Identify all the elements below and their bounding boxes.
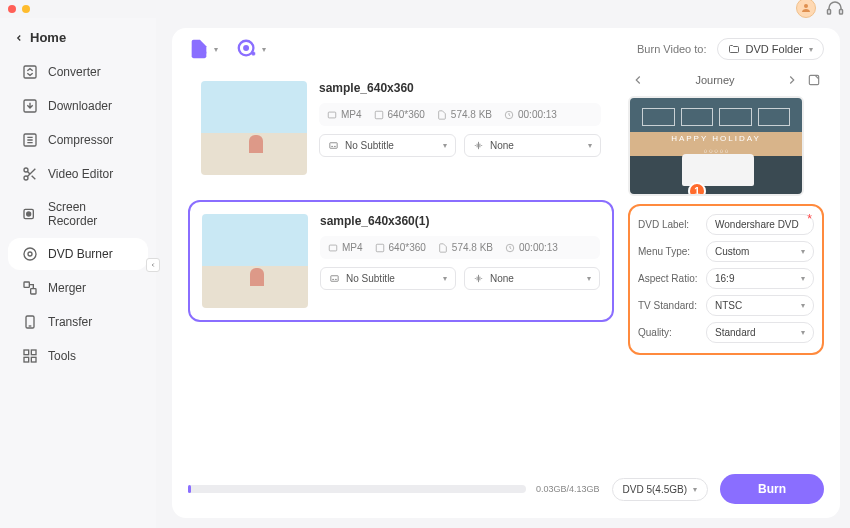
- file-card[interactable]: sample_640x360(1) MP4 640*360 574.8 KB 0…: [188, 200, 614, 322]
- user-avatar[interactable]: [796, 0, 816, 18]
- svg-rect-26: [376, 244, 384, 252]
- svg-point-20: [244, 46, 248, 50]
- person-icon: [800, 2, 812, 14]
- file-card[interactable]: sample_640x360 MP4 640*360 574.8 KB 00:0…: [188, 68, 614, 188]
- add-file-button[interactable]: ▾: [188, 38, 218, 60]
- main-panel: ▾ ▾ Burn Video to: DVD Folder ▾: [172, 28, 840, 518]
- chevron-down-icon: ▾: [443, 274, 447, 283]
- svg-point-11: [28, 252, 32, 256]
- sidebar-item-converter[interactable]: Converter: [8, 56, 148, 88]
- merge-icon: [22, 280, 38, 296]
- svg-rect-21: [328, 112, 336, 118]
- sidebar-label: Screen Recorder: [48, 200, 134, 228]
- download-icon: [22, 98, 38, 114]
- svg-point-7: [24, 176, 28, 180]
- dvd-label-input[interactable]: Wondershare DVD: [706, 214, 814, 235]
- disc-icon: [22, 246, 38, 262]
- file-name: sample_640x360(1): [320, 214, 600, 228]
- add-disc-button[interactable]: ▾: [236, 38, 266, 60]
- edit-template-button[interactable]: [806, 72, 822, 88]
- svg-rect-24: [330, 143, 337, 149]
- sidebar-item-dvd-burner[interactable]: DVD Burner: [8, 238, 148, 270]
- compressor-icon: [22, 132, 38, 148]
- add-file-icon: [188, 38, 210, 60]
- prev-template-button[interactable]: [630, 72, 646, 88]
- scissors-icon: [22, 166, 38, 182]
- minimize-window-button[interactable]: [22, 5, 30, 13]
- template-preview[interactable]: HAPPY HOLIDAY ○ ○ ○ ○ ○ 1: [628, 96, 804, 196]
- svg-rect-1: [828, 10, 831, 15]
- chevron-down-icon: ▾: [801, 247, 805, 256]
- edit-icon: [807, 73, 821, 87]
- tv-standard-select[interactable]: NTSC▾: [706, 295, 814, 316]
- chevron-down-icon: ▾: [693, 485, 697, 494]
- collapse-sidebar-button[interactable]: [146, 258, 160, 272]
- sidebar-item-downloader[interactable]: Downloader: [8, 90, 148, 122]
- sidebar-label: Downloader: [48, 99, 112, 113]
- clock-icon: [504, 110, 514, 120]
- subtitle-icon: [328, 140, 339, 151]
- chevron-right-icon: [785, 73, 799, 87]
- close-window-button[interactable]: [8, 5, 16, 13]
- next-template-button[interactable]: [784, 72, 800, 88]
- svg-point-6: [24, 168, 28, 172]
- clock-icon: [505, 243, 515, 253]
- quality-select[interactable]: Standard▾: [706, 322, 814, 343]
- home-label: Home: [30, 30, 66, 45]
- burn-button[interactable]: Burn: [720, 474, 824, 504]
- svg-rect-22: [375, 111, 383, 119]
- sidebar-item-video-editor[interactable]: Video Editor: [8, 158, 148, 190]
- chevron-down-icon: ▾: [262, 45, 266, 54]
- folder-icon: [728, 43, 740, 55]
- format-icon: [328, 243, 338, 253]
- file-meta-row: MP4 640*360 574.8 KB 00:00:13: [320, 236, 600, 259]
- video-thumbnail[interactable]: [201, 81, 307, 175]
- burn-to-select[interactable]: DVD Folder ▾: [717, 38, 824, 60]
- video-thumbnail[interactable]: [202, 214, 308, 308]
- audio-select[interactable]: None ▾: [464, 267, 600, 290]
- back-home-button[interactable]: Home: [0, 24, 156, 55]
- burn-to-value: DVD Folder: [746, 43, 803, 55]
- dvd-settings: DVD Label: Wondershare DVD Menu Type: Cu…: [628, 204, 824, 355]
- sidebar-label: DVD Burner: [48, 247, 113, 261]
- svg-rect-3: [24, 66, 36, 78]
- chevron-left-icon: [14, 33, 24, 43]
- svg-rect-25: [329, 245, 337, 251]
- sidebar-item-transfer[interactable]: Transfer: [8, 306, 148, 338]
- right-panel: Journey HAPPY HOLIDAY ○ ○ ○ ○ ○ 1 DVD La…: [628, 62, 824, 464]
- subtitle-select[interactable]: No Subtitle ▾: [319, 134, 456, 157]
- dvd-label-label: DVD Label:: [638, 219, 700, 230]
- record-icon: [22, 206, 38, 222]
- titlebar: [0, 0, 850, 18]
- preview-text: HAPPY HOLIDAY: [630, 134, 802, 143]
- chevron-down-icon: ▾: [588, 141, 592, 150]
- capacity-text: 0.03GB/4.13GB: [536, 484, 600, 494]
- sidebar-label: Compressor: [48, 133, 113, 147]
- resolution-icon: [374, 110, 384, 120]
- audio-select[interactable]: None ▾: [464, 134, 601, 157]
- format-icon: [327, 110, 337, 120]
- svg-rect-28: [331, 276, 338, 282]
- chevron-down-icon: ▾: [809, 45, 813, 54]
- subtitle-select[interactable]: No Subtitle ▾: [320, 267, 456, 290]
- file-name: sample_640x360: [319, 81, 601, 95]
- aspect-ratio-select[interactable]: 16:9▾: [706, 268, 814, 289]
- chevron-down-icon: ▾: [587, 274, 591, 283]
- aspect-ratio-label: Aspect Ratio:: [638, 273, 700, 284]
- support-button[interactable]: [826, 0, 844, 17]
- sidebar-item-compressor[interactable]: Compressor: [8, 124, 148, 156]
- transfer-icon: [22, 314, 38, 330]
- sidebar-item-merger[interactable]: Merger: [8, 272, 148, 304]
- audio-icon: [473, 273, 484, 284]
- template-name: Journey: [695, 74, 734, 86]
- toolbar: ▾ ▾ Burn Video to: DVD Folder ▾: [172, 28, 840, 62]
- converter-icon: [22, 64, 38, 80]
- sidebar-item-screen-recorder[interactable]: Screen Recorder: [8, 192, 148, 236]
- headset-icon: [826, 0, 844, 17]
- disc-type-select[interactable]: DVD 5(4.5GB) ▾: [612, 478, 708, 501]
- sidebar-item-tools[interactable]: Tools: [8, 340, 148, 372]
- quality-label: Quality:: [638, 327, 700, 338]
- chevron-down-icon: ▾: [801, 328, 805, 337]
- menu-type-select[interactable]: Custom▾: [706, 241, 814, 262]
- svg-point-0: [804, 4, 808, 8]
